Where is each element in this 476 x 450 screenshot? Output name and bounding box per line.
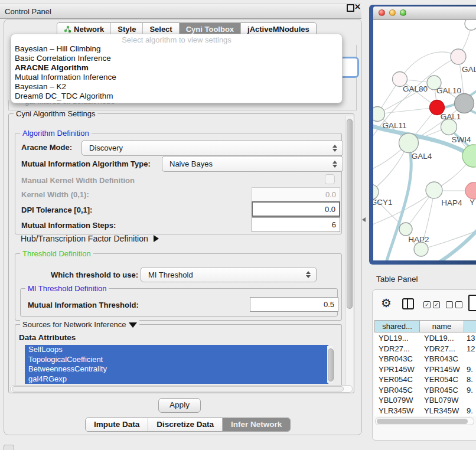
minimize-traffic-light-icon[interactable] (389, 9, 396, 16)
manual-kernel-width-checkbox[interactable] (325, 174, 335, 184)
cyni-algorithm-settings-group: Cyni Algorithm Settings Algorithm Defini… (8, 113, 354, 393)
network-node-label: GAL10 (436, 86, 461, 95)
table-row[interactable]: YER054CYER054C8. (374, 374, 476, 385)
network-node[interactable] (373, 107, 385, 122)
algorithm-definition-group: Algorithm Definition Aracne Mode: Discov… (15, 133, 342, 234)
attribute-item[interactable]: SelfLoops (25, 345, 328, 355)
settings-vertical-scrollbar[interactable] (345, 116, 353, 390)
network-node-label: GAL80 (403, 84, 428, 93)
zoom-traffic-light-icon[interactable] (400, 9, 406, 16)
table-row[interactable]: YLR345WYLR345W9. (374, 406, 476, 416)
expand-right-icon (154, 235, 159, 242)
table-row[interactable]: YPR145WYPR145W9. (374, 364, 476, 375)
network-node-label: HAP4 (441, 198, 462, 207)
algorithm-option[interactable]: Basic Correlation Inference (11, 54, 342, 63)
sources-group: Sources for Network Inference Data Attri… (15, 324, 342, 386)
attribute-item[interactable]: gal4RGexp (25, 374, 328, 384)
hidden-groupbox-edge (8, 110, 357, 110)
network-node-label: GCY1 (373, 198, 392, 207)
network-node[interactable] (426, 182, 442, 198)
mi-algorithm-type-combo[interactable]: Naive Bayes (162, 156, 343, 172)
gear-icon[interactable]: ⚙ (381, 296, 392, 310)
settings-horizontal-scrollbar[interactable] (10, 385, 353, 393)
aracne-mode-label: Aracne Mode: (21, 143, 72, 152)
close-traffic-light-icon[interactable] (379, 9, 385, 16)
hidden-groupbox-edge (8, 100, 9, 110)
algorithm-option[interactable]: Dream8 DC_TDC Algorithm (11, 92, 342, 101)
attribute-list-scrollbar[interactable] (327, 346, 333, 383)
hub-transcription-factor-toggle[interactable]: Hub/Transcription Factor Definition (21, 234, 159, 243)
attribute-item[interactable]: BetweennessCentrality (25, 364, 328, 374)
network-edge[interactable] (377, 107, 437, 114)
table-panel-title: Table Panel (376, 275, 418, 283)
algorithm-definition-title: Algorithm Definition (20, 129, 92, 138)
network-view-window[interactable]: GALGAL80GAL10GAL1GAL11SWI4GAL4GCY1HAP4YH… (369, 5, 476, 265)
network-node[interactable] (465, 182, 476, 199)
network-node-label: HAP2 (408, 235, 429, 244)
dpi-tolerance-label: DPI Tolerance [0,1]: (21, 206, 92, 214)
column-header-shared[interactable]: shared... (374, 320, 420, 332)
table-row[interactable]: YDL19...YDL19...13 (374, 333, 476, 344)
network-node[interactable] (414, 242, 428, 256)
table-row[interactable]: YBR043CYBR043C (374, 354, 476, 364)
network-node[interactable] (399, 223, 412, 236)
network-edge[interactable] (400, 52, 458, 79)
close-icon[interactable]: ✕ (354, 2, 361, 11)
threshold-definition-title: Threshold Definition (20, 249, 93, 258)
splitter-collapse-icon[interactable] (362, 217, 366, 222)
column-header-cut[interactable] (464, 320, 476, 332)
network-node-label: GAL11 (382, 121, 406, 130)
network-node[interactable] (441, 119, 457, 135)
apply-button[interactable]: Apply (158, 398, 201, 413)
data-attributes-label: Data Attributes (19, 333, 76, 342)
app-root: Control Panel ✕ Network Style Select Cyn… (0, 0, 476, 450)
table-panel: ⚙ ✓✓ shared... name YDL19...YDL19...13YD… (372, 289, 476, 441)
data-attributes-list[interactable]: SelfLoopsTopologicalCoefficientBetweenne… (25, 345, 328, 384)
table-body: YDL19...YDL19...13YDR27...YDR27...12YBR0… (374, 333, 476, 416)
table-row[interactable]: YBR045CYBR045C9. (374, 385, 476, 396)
attribute-item[interactable]: TopologicalCoefficient (25, 355, 328, 365)
dpi-tolerance-field[interactable]: 0.0 (252, 201, 340, 217)
table-header: shared... name (374, 320, 476, 332)
kernel-width-field[interactable]: 0.0 (252, 187, 340, 201)
algorithm-option[interactable]: Mutual Information Inference (11, 73, 342, 82)
algorithm-option-selected[interactable]: ARACNE Algorithm (11, 63, 342, 73)
algorithm-placeholder: Select algorithm to view settings (11, 35, 342, 44)
mi-steps-label: Mutual Information Steps: (21, 221, 116, 230)
combo-stepper-icon (306, 271, 311, 278)
aracne-mode-combo[interactable]: Discovery (81, 140, 343, 156)
network-node-label: Y (470, 198, 475, 207)
mi-steps-field[interactable]: 6 (252, 217, 340, 232)
network-node-label: GAL4 (412, 152, 432, 161)
mi-threshold-definition-title: MI Threshold Definition (25, 284, 109, 293)
float-window-icon[interactable] (347, 4, 354, 12)
unchecked-pair-icon[interactable] (446, 301, 462, 308)
table-mode-icon[interactable] (468, 295, 476, 311)
network-window-titlebar[interactable] (373, 6, 476, 20)
column-header-name[interactable]: name (419, 320, 464, 332)
tab-discretize-data[interactable]: Discretize Data (148, 418, 222, 431)
columns-icon[interactable] (402, 298, 414, 309)
network-node[interactable] (465, 20, 476, 30)
which-threshold-combo[interactable]: MI Threshold (141, 267, 317, 282)
network-node[interactable] (399, 133, 419, 153)
algorithm-option[interactable]: Bayesian – Hill Climbing (11, 44, 342, 54)
sources-title[interactable]: Sources for Network Inference (20, 320, 139, 329)
network-node[interactable] (455, 94, 474, 113)
table-horizontal-scrollbar[interactable] (375, 418, 474, 425)
network-node[interactable] (462, 145, 476, 167)
table-row[interactable]: YBL079WYBL079W (374, 395, 476, 406)
network-node-label: GAL1 (441, 112, 461, 121)
tab-infer-network[interactable]: Infer Network (222, 418, 290, 431)
manual-kernel-width-label: Manual Kernel Width Definition (21, 176, 135, 185)
combo-stepper-icon (332, 145, 337, 152)
algorithm-option[interactable]: Bayesian – K2 (11, 82, 342, 92)
network-canvas[interactable]: GALGAL80GAL10GAL1GAL11SWI4GAL4GCY1HAP4YH… (373, 20, 476, 260)
network-node-label: GAL (462, 65, 476, 74)
checked-pair-icon[interactable]: ✓✓ (423, 301, 440, 308)
mi-threshold-field[interactable]: 0.5 (250, 297, 338, 312)
tab-impute-data[interactable]: Impute Data (86, 418, 148, 431)
table-row[interactable]: YDR27...YDR27...12 (374, 344, 476, 354)
network-node[interactable] (451, 49, 466, 64)
control-panel-title: Control Panel (0, 7, 51, 16)
